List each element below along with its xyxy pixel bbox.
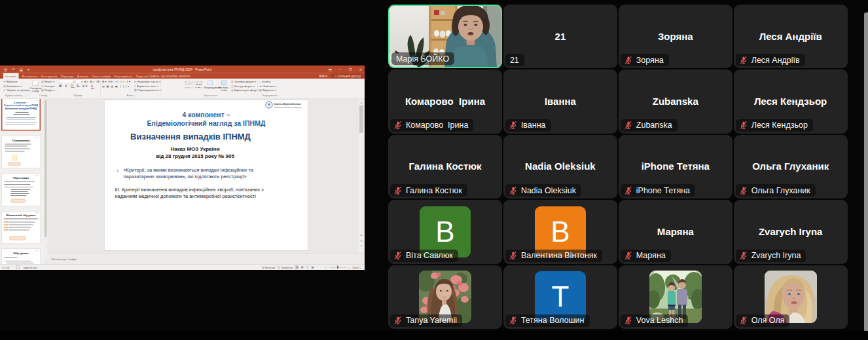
participant-name-text: Ольга Глуханик: [751, 186, 810, 195]
participant-name-centered: Nadia Oleksiuk: [503, 161, 617, 172]
participant-name-label: Комарово Ірина: [390, 119, 473, 132]
participant-name-text: Zubanska: [636, 121, 672, 130]
participant-tile-vita-savliuk[interactable]: В Віта Савлюк: [388, 200, 502, 263]
participant-name-text: Nadia Oleksiuk: [521, 186, 576, 195]
meeting-gallery: Марія БОЙКО2121Зоряна ЗорянаЛеся Андріїв…: [0, 0, 868, 340]
participant-tile-vova-leshch[interactable]: Vova Leshch: [619, 265, 732, 329]
participant-name-label: Vova Leshch: [621, 314, 689, 327]
participant-name-text: Tanya Yaremii: [406, 316, 457, 325]
participant-name-centered: 21: [503, 31, 617, 42]
participant-name-label: Валентина Вінтоняк: [505, 250, 602, 262]
participant-name-label: Зоряна: [621, 54, 669, 66]
participant-name-label: Nadia Oleksiuk: [505, 184, 581, 197]
participant-name-label: Zubanska: [621, 119, 678, 132]
participant-name-label: iPhone Тетяна: [621, 184, 695, 197]
participant-name-text: 21: [510, 56, 519, 65]
participant-name-text: Валентина Вінтоняк: [521, 251, 597, 260]
participant-name-centered: Іванна: [503, 96, 617, 107]
participant-tile-tetyana-voloshyn[interactable]: Т Тетяна Волошин: [503, 265, 617, 329]
muted-mic-icon: [624, 121, 633, 130]
participant-tile-valentyna-vintoniak[interactable]: В Валентина Вінтоняк: [503, 200, 617, 263]
participant-name-text: Віта Савлюк: [406, 251, 453, 260]
participant-tile-ivanna[interactable]: Іванна Іванна: [503, 69, 617, 133]
participant-name-centered: Леся Кендзьор: [734, 96, 848, 107]
participant-tile-zubanska[interactable]: Zubanska Zubanska: [619, 69, 732, 133]
participant-tile-olya-olya[interactable]: Оля Оля: [734, 265, 848, 329]
participant-tile-halyna-kostiuk[interactable]: Галина Костюк Галина Костюк: [388, 135, 502, 198]
participant-tile-olha-hlukhanyk[interactable]: Ольга Глуханик Ольга Глуханик: [734, 135, 848, 198]
participant-name-centered: iPhone Тетяна: [619, 161, 732, 172]
participant-tile-maria-boyko[interactable]: Марія БОЙКО: [388, 5, 502, 68]
participant-name-text: Леся Андріїв: [751, 56, 800, 65]
participant-name-label: Іванна: [505, 119, 551, 132]
participant-name-text: iPhone Тетяна: [636, 186, 690, 195]
muted-mic-icon: [509, 316, 518, 325]
participant-name-centered: Ольга Глуханик: [734, 161, 848, 172]
muted-mic-icon: [739, 121, 748, 130]
muted-mic-icon: [509, 251, 518, 260]
participant-name-label: Тетяна Волошин: [505, 314, 590, 327]
participant-name-label: Віта Савлюк: [390, 250, 458, 262]
muted-mic-icon: [393, 186, 403, 195]
participant-name-label: Марія БОЙКО: [391, 52, 454, 65]
participant-name-text: Комарово Ірина: [406, 121, 468, 130]
participant-tile-lesya-andriiv[interactable]: Леся Андріїв Леся Андріїв: [734, 5, 848, 68]
participant-name-label: Оля Оля: [736, 314, 790, 327]
muted-mic-icon: [739, 186, 748, 195]
participant-name-label: Zvarych Iryna: [736, 250, 806, 262]
participant-name-centered: Zvarych Iryna: [734, 226, 848, 237]
muted-mic-icon: [393, 121, 403, 130]
muted-mic-icon: [624, 251, 633, 260]
participant-name-text: Zvarych Iryna: [751, 251, 801, 260]
participant-name-text: Марія БОЙКО: [396, 54, 449, 64]
participant-name-centered: Zubanska: [619, 96, 732, 107]
participant-name-centered: Леся Андріїв: [734, 31, 848, 42]
participant-name-label: Ольга Глуханик: [736, 184, 816, 197]
meeting-bottom-bar: [0, 331, 868, 340]
participant-name-label: Tanya Yaremii: [390, 314, 462, 327]
participant-tile-lesya-kendzor[interactable]: Леся Кендзьор Леся Кендзьор: [734, 69, 848, 133]
participant-name-text: Тетяна Волошин: [521, 316, 585, 325]
participant-name-centered: Маряна: [619, 226, 732, 237]
muted-mic-icon: [739, 56, 748, 65]
participant-tile-iphone-tetyana[interactable]: iPhone Тетяна iPhone Тетяна: [619, 135, 732, 198]
participant-name-text: Зоряна: [636, 56, 664, 65]
participant-tile-zvarych-iryna[interactable]: Zvarych Iryna Zvarych Iryna: [734, 200, 848, 263]
participant-name-text: Галина Костюк: [406, 186, 462, 195]
muted-mic-icon: [624, 186, 633, 195]
muted-mic-icon: [624, 316, 633, 325]
participant-name-text: Леся Кендзьор: [751, 121, 808, 130]
participant-tile-zoryana[interactable]: Зоряна Зоряна: [619, 5, 732, 68]
participant-tile-21[interactable]: 2121: [503, 5, 617, 68]
muted-mic-icon: [393, 251, 403, 260]
participant-tile-komarovo-iryna[interactable]: Комарово Ірина Комарово Ірина: [388, 69, 502, 133]
participant-name-text: Іванна: [521, 121, 546, 130]
gallery-scrollbar[interactable]: [864, 12, 868, 331]
participant-name-text: Оля Оля: [751, 316, 785, 325]
participant-tile-mariana[interactable]: Маряна Маряна: [619, 200, 732, 263]
participant-name-text: Маряна: [636, 251, 666, 260]
participant-name-centered: Зоряна: [619, 31, 732, 42]
muted-mic-icon: [739, 251, 748, 260]
participant-name-text: Vova Leshch: [636, 316, 683, 325]
participant-name-label: 21: [505, 54, 524, 66]
muted-mic-icon: [624, 56, 633, 65]
muted-mic-icon: [509, 186, 518, 195]
participant-tile-nadia-oleksiuk[interactable]: Nadia Oleksiuk Nadia Oleksiuk: [503, 135, 617, 198]
participant-name-label: Леся Андріїв: [736, 54, 805, 66]
participant-name-centered: Галина Костюк: [388, 161, 502, 172]
participant-name-centered: Комарово Ірина: [388, 96, 502, 107]
participant-name-label: Галина Костюк: [390, 184, 467, 197]
participant-name-label: Леся Кендзьор: [736, 119, 813, 132]
participant-name-label: Маряна: [621, 250, 671, 262]
muted-mic-icon: [739, 316, 748, 325]
muted-mic-icon: [393, 316, 403, 325]
participant-tile-tanya-yaremii[interactable]: Tanya Yaremii: [388, 265, 502, 329]
muted-mic-icon: [509, 121, 518, 130]
